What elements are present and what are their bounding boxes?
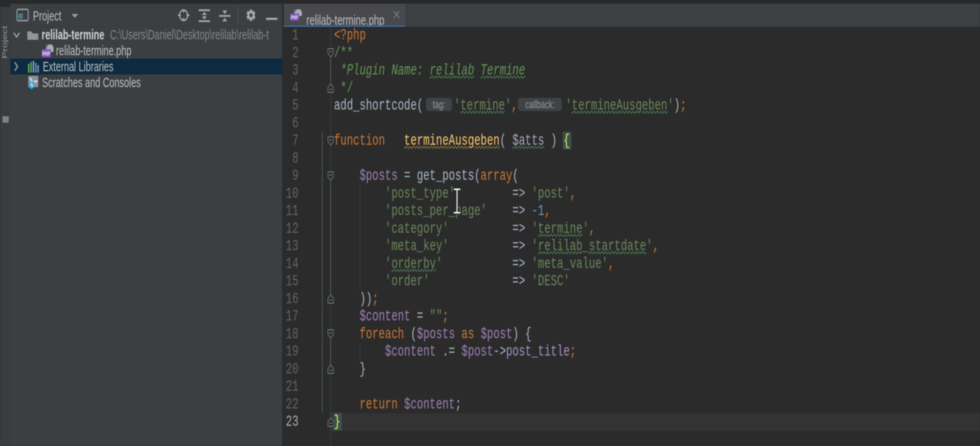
svg-text:PHP: PHP	[291, 15, 298, 21]
svg-text:PHP: PHP	[42, 51, 50, 57]
